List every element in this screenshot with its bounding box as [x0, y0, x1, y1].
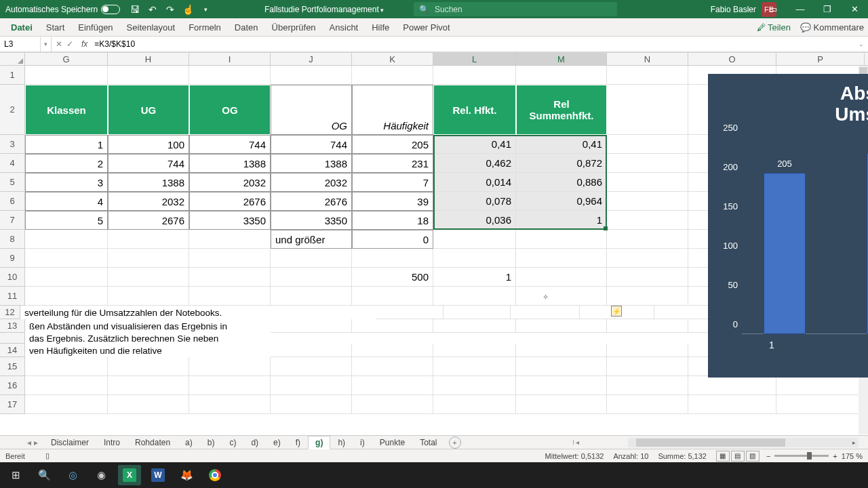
name-box[interactable]: L3 — [0, 37, 41, 52]
sheet-tab-Total[interactable]: Total — [412, 436, 444, 449]
cell[interactable] — [376, 306, 443, 319]
cell[interactable] — [776, 395, 865, 414]
cell[interactable]: 0,036 — [433, 211, 516, 230]
cell[interactable] — [271, 344, 352, 357]
sheet-tab-Intro[interactable]: Intro — [96, 436, 127, 449]
cell[interactable] — [443, 306, 511, 319]
cell[interactable] — [271, 249, 352, 268]
cell[interactable] — [516, 395, 607, 414]
cell[interactable] — [352, 376, 433, 395]
excel-taskbar-icon[interactable]: X — [118, 465, 141, 485]
cell[interactable]: 1388 — [108, 173, 189, 192]
cell[interactable]: 744 — [189, 135, 271, 154]
cell[interactable] — [108, 66, 189, 85]
cell[interactable]: 744 — [271, 135, 352, 154]
cell[interactable]: 744 — [108, 154, 189, 173]
cell[interactable] — [607, 344, 688, 357]
cell[interactable] — [352, 357, 433, 376]
cell[interactable] — [516, 319, 607, 333]
cell[interactable] — [271, 395, 352, 414]
column-header-K[interactable]: K — [352, 53, 433, 65]
row-header-17[interactable]: 17 — [0, 395, 25, 414]
quick-analysis-icon[interactable]: ⚡ — [611, 306, 622, 317]
cell[interactable]: 3 — [25, 173, 108, 192]
cell[interactable] — [25, 249, 108, 268]
cell[interactable] — [25, 287, 108, 306]
column-header-G[interactable]: G — [25, 53, 108, 65]
cell[interactable] — [25, 357, 108, 376]
cell[interactable] — [189, 319, 271, 333]
cell[interactable] — [25, 376, 108, 395]
close-icon[interactable]: ✕ — [841, 0, 868, 18]
cell[interactable] — [271, 376, 352, 395]
cell[interactable] — [25, 395, 108, 414]
row-header-15[interactable]: 15 — [0, 357, 25, 376]
namebox-dropdown-icon[interactable]: ▾ — [41, 37, 52, 52]
column-header-L[interactable]: L — [433, 53, 516, 65]
cell[interactable] — [607, 249, 688, 268]
cell[interactable] — [607, 376, 688, 395]
cell[interactable] — [433, 376, 516, 395]
sheet-tab-h)[interactable]: h) — [330, 436, 353, 449]
cell[interactable] — [108, 344, 189, 357]
cell[interactable]: 1 — [25, 135, 108, 154]
sheet-tab-f)[interactable]: f) — [288, 436, 308, 449]
cell[interactable]: 3350 — [271, 211, 352, 230]
cell[interactable] — [352, 395, 433, 414]
row-header-12[interactable]: 12 — [0, 306, 20, 319]
sheet-tab-i)[interactable]: i) — [353, 436, 372, 449]
cell[interactable]: RelSummenhfkt. — [516, 85, 607, 135]
cell[interactable]: sverteilung für die Umsatzzahlen der Not… — [20, 306, 241, 319]
cell[interactable]: 2 — [25, 154, 108, 173]
cell[interactable] — [607, 357, 688, 376]
cell[interactable] — [189, 268, 271, 287]
tab-review[interactable]: Überprüfen — [265, 18, 323, 37]
cell[interactable] — [433, 319, 516, 333]
tab-layout[interactable]: Seitenlayout — [120, 18, 182, 37]
search-taskbar-icon[interactable]: 🔍 — [33, 465, 56, 485]
cell[interactable] — [516, 344, 607, 357]
tab-start[interactable]: Start — [39, 18, 71, 37]
tab-data[interactable]: Daten — [228, 18, 265, 37]
cell[interactable]: 2676 — [108, 211, 189, 230]
cell[interactable]: ßen Abständen und visualisieren das Erge… — [25, 319, 108, 333]
cell[interactable] — [516, 376, 607, 395]
sheet-next-icon[interactable]: ▸ — [34, 438, 38, 447]
cell[interactable] — [688, 395, 776, 414]
add-sheet-button[interactable]: + — [449, 436, 461, 449]
row-header-7[interactable]: 7 — [0, 211, 25, 230]
zoom-slider[interactable] — [774, 455, 829, 457]
cell[interactable] — [189, 66, 271, 85]
cell[interactable]: 2032 — [189, 173, 271, 192]
fx-icon[interactable]: fx — [77, 39, 92, 49]
touch-icon[interactable]: ☝ — [182, 4, 193, 15]
app-icon[interactable]: ◎ — [61, 465, 84, 485]
comments-button[interactable]: 💬 Kommentare — [800, 22, 864, 33]
cell[interactable]: 2676 — [189, 192, 271, 211]
autosave-toggle[interactable]: Automatisches Speichern — [5, 5, 120, 14]
cell[interactable] — [433, 249, 516, 268]
obs-icon[interactable]: ◉ — [90, 465, 113, 485]
sheet-tab-Disclaimer[interactable]: Disclaimer — [43, 436, 96, 449]
cell[interactable] — [433, 344, 516, 357]
row-header-4[interactable]: 4 — [0, 154, 25, 173]
sheet-tab-e)[interactable]: e) — [266, 436, 288, 449]
cell[interactable] — [516, 287, 607, 306]
cell[interactable] — [607, 66, 688, 85]
cell[interactable] — [108, 268, 189, 287]
cell[interactable]: und größer — [271, 230, 352, 249]
cell[interactable]: 3350 — [189, 211, 271, 230]
cell[interactable]: 0,462 — [433, 154, 516, 173]
cell[interactable] — [607, 230, 688, 249]
cell[interactable] — [352, 287, 433, 306]
expand-formula-icon[interactable]: ⌄ — [854, 41, 868, 47]
cell[interactable]: 0 — [352, 230, 433, 249]
cell[interactable]: ven Häufigkeiten und die relative — [25, 344, 108, 357]
maximize-icon[interactable]: ❐ — [814, 0, 841, 18]
word-taskbar-icon[interactable]: W — [146, 465, 170, 485]
view-normal-icon[interactable]: ▦ — [716, 451, 730, 462]
accept-formula-icon[interactable]: ✓ — [66, 39, 73, 49]
formula-input[interactable]: =K3/$K$10 — [92, 39, 138, 49]
cell[interactable] — [433, 357, 516, 376]
cell[interactable] — [108, 376, 189, 395]
